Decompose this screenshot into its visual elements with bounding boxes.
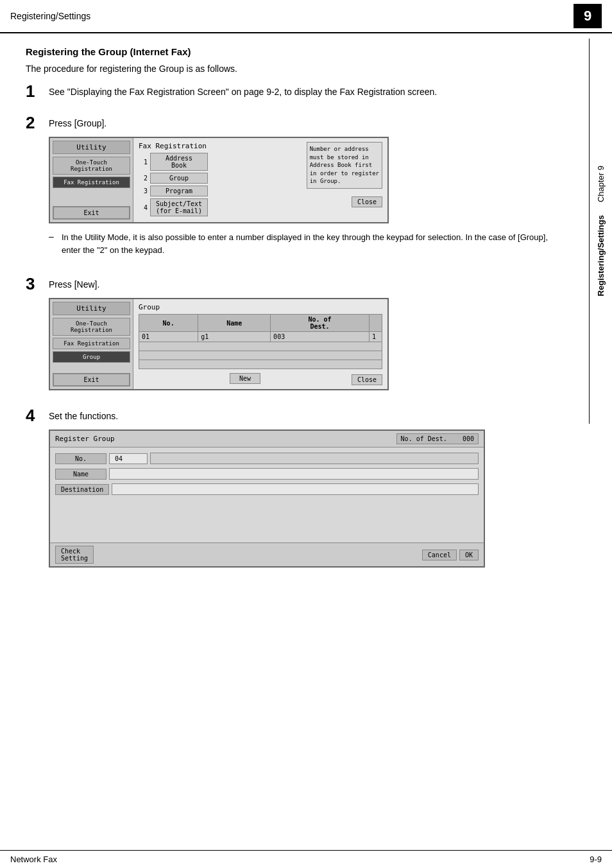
menu-address-book[interactable]: AddressBook — [150, 153, 208, 171]
step-4-number: 4 — [26, 407, 49, 424]
step-2-text: Press [Group]. — [49, 117, 550, 130]
step-3-content: Press [New]. Utility One-TouchRegistrati… — [49, 278, 550, 398]
menu-row-1: 1 AddressBook — [139, 153, 296, 171]
reg-value-no: 04 — [109, 453, 148, 464]
step-2: 2 Press [Group]. Utility One-TouchRegist… — [26, 117, 550, 266]
register-screen: Register Group No. of Dest. 000 No. 04 — [49, 430, 485, 568]
col-name: Name — [198, 315, 271, 332]
step-4-content: Set the functions. Register Group No. of… — [49, 410, 550, 575]
register-body: No. 04 Name Destination — [50, 447, 484, 542]
menu-row-4: 4 Subject/Text(for E-mail) — [139, 198, 296, 216]
cell-name: g1 — [198, 332, 271, 342]
menu-group[interactable]: Group — [150, 173, 208, 184]
cell-dest: 003 — [271, 332, 370, 342]
step-3-number: 3 — [26, 275, 49, 292]
group-title: Group — [139, 303, 382, 311]
close-btn-1[interactable]: Close — [352, 196, 382, 207]
main-content: Registering the Group (Internet Fax) The… — [0, 33, 589, 600]
table-row: 01 g1 003 1 — [139, 332, 382, 342]
header-title: Registering/Settings — [10, 11, 90, 21]
cell-flag: 1 — [370, 332, 382, 342]
step-2-content: Press [Group]. Utility One-TouchRegistra… — [49, 117, 550, 266]
step-2-number: 2 — [26, 114, 49, 131]
exit-btn-2[interactable]: Exit — [53, 373, 130, 386]
ok-btn[interactable]: OK — [459, 550, 479, 560]
group-bottom: New Close — [139, 372, 382, 385]
screen-right-1: Fax Registration 1 AddressBook 2 Group 3 — [133, 138, 387, 222]
reg-label-name: Name — [55, 469, 106, 480]
footer-right: 9-9 — [590, 855, 602, 864]
screen-left-1: Utility One-TouchRegistration Fax Regist… — [50, 138, 133, 222]
new-btn[interactable]: New — [230, 373, 260, 384]
table-row — [139, 360, 382, 369]
nav-fax-reg-2[interactable]: Fax Registration — [53, 338, 130, 349]
page-footer: Network Fax 9-9 — [0, 850, 612, 868]
sidebar-chapter: Chapter 9 — [596, 166, 606, 202]
menu-subject-text[interactable]: Subject/Text(for E-mail) — [150, 198, 208, 216]
footer-left: Network Fax — [10, 855, 57, 864]
check-setting-btn[interactable]: CheckSetting — [55, 546, 94, 564]
nav-one-touch-1[interactable]: One-TouchRegistration — [53, 157, 130, 175]
group-table: No. Name No. ofDest. 01 g1 003 — [139, 314, 382, 369]
reg-field-name[interactable] — [109, 468, 479, 480]
page-header: Registering/Settings 9 — [0, 0, 612, 33]
step-4-text: Set the functions. — [49, 410, 550, 423]
step-3: 3 Press [New]. Utility One-TouchRegistra… — [26, 278, 550, 398]
utility-bar-2: Utility — [53, 302, 130, 315]
exit-btn-1[interactable]: Exit — [53, 206, 130, 220]
table-row — [139, 342, 382, 351]
menu-program[interactable]: Program — [150, 186, 208, 196]
step-1-text: See "Displaying the Fax Registration Scr… — [49, 85, 550, 99]
reg-spacer — [55, 499, 479, 537]
section-heading: Registering the Group (Internet Fax) — [26, 46, 550, 57]
register-footer: CheckSetting Cancel OK — [50, 542, 484, 566]
group-right: Group No. Name No. ofDest. — [133, 299, 387, 389]
menu-row-2: 2 Group — [139, 173, 296, 184]
reg-row-no: No. 04 — [55, 453, 479, 464]
close-btn-2[interactable]: Close — [352, 374, 382, 385]
reg-row-destination: Destination — [55, 483, 479, 495]
reg-label-no: No. — [55, 453, 106, 464]
screen-mockup-1: Utility One-TouchRegistration Fax Regist… — [49, 137, 389, 223]
step-1-content: See "Displaying the Fax Registration Scr… — [49, 85, 550, 105]
nav-one-touch-2[interactable]: One-TouchRegistration — [53, 318, 130, 336]
col-no: No. — [139, 315, 198, 332]
step-1-number: 1 — [26, 83, 49, 100]
step-3-text: Press [New]. — [49, 278, 550, 291]
step-1: 1 See "Displaying the Fax Registration S… — [26, 85, 550, 105]
step-4: 4 Set the functions. Register Group No. … — [26, 410, 550, 575]
cancel-btn[interactable]: Cancel — [422, 550, 457, 560]
footer-right-buttons: Cancel OK — [422, 550, 479, 560]
info-box-1: Number or addressmust be stored inAddres… — [307, 142, 382, 189]
screen-mockup-2: Utility One-TouchRegistration Fax Regist… — [49, 298, 389, 390]
col-dest: No. ofDest. — [271, 315, 370, 332]
intro-text: The procedure for registering the Group … — [26, 64, 550, 74]
no-dest-label: No. of Dest. — [401, 435, 447, 442]
nav-group-2[interactable]: Group — [53, 351, 130, 363]
reg-row-name: Name — [55, 468, 479, 480]
reg-field-destination[interactable] — [112, 483, 479, 495]
note-text: In the Utility Mode, it is also possible… — [62, 231, 550, 256]
screen-title-1: Fax Registration — [139, 142, 296, 150]
menu-row-3: 3 Program — [139, 186, 296, 196]
sidebar-section: Registering/Settings — [596, 215, 606, 296]
nav-fax-reg-1[interactable]: Fax Registration — [53, 177, 130, 188]
cell-no: 01 — [139, 332, 198, 342]
register-header: Register Group No. of Dest. 000 — [50, 431, 484, 447]
table-row — [139, 351, 382, 360]
right-sidebar: Chapter 9 Registering/Settings — [589, 39, 612, 424]
col-extra — [370, 315, 382, 332]
no-dest-box: No. of Dest. 000 — [396, 433, 479, 444]
no-dest-value: 000 — [463, 435, 474, 442]
utility-bar-1: Utility — [53, 141, 130, 154]
page-number: 9 — [574, 4, 602, 28]
register-title: Register Group — [55, 435, 115, 443]
screen-left-2: Utility One-TouchRegistration Fax Regist… — [50, 299, 133, 389]
reg-label-destination[interactable]: Destination — [55, 484, 109, 495]
note-line: – In the Utility Mode, it is also possib… — [49, 231, 550, 256]
